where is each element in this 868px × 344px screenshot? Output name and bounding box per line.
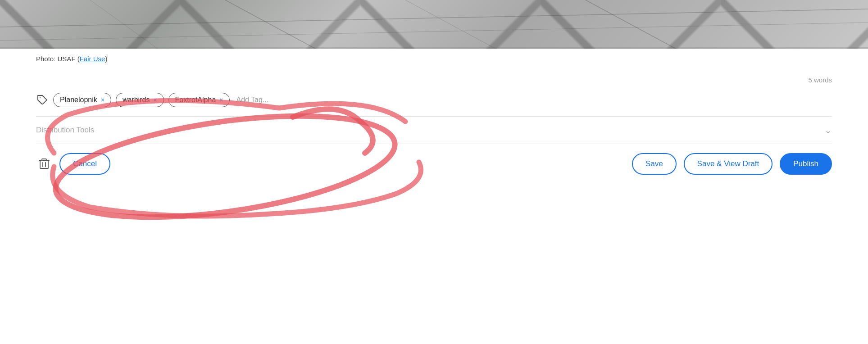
cancel-button[interactable]: Cancel	[59, 153, 110, 175]
tag-icon	[36, 94, 49, 106]
svg-line-5	[90, 0, 158, 49]
save-button[interactable]: Save	[632, 153, 677, 175]
tag-label-warbirds: warbirds	[123, 96, 150, 104]
publish-button[interactable]: Publish	[780, 153, 832, 175]
tags-area: Planelopnik × warbirds × FoxtrotAlpha × …	[0, 88, 868, 116]
save-draft-button[interactable]: Save & View Draft	[684, 153, 773, 175]
tag-label-foxtrot-alpha: FoxtrotAlpha	[175, 96, 216, 104]
svg-rect-7	[40, 160, 48, 168]
tag-remove-foxtrot-alpha[interactable]: ×	[219, 97, 223, 103]
tag-remove-warbirds[interactable]: ×	[153, 97, 157, 103]
tag-chip-planelopnik: Planelopnik ×	[53, 93, 111, 107]
tag-remove-planelopnik[interactable]: ×	[101, 97, 105, 103]
action-bar: Cancel Save Save & View Draft Publish	[0, 144, 868, 184]
photo-credit: Photo: USAF (Fair Use)	[0, 49, 868, 63]
delete-button[interactable]	[36, 156, 52, 172]
word-count: 5 words	[808, 76, 832, 84]
page-container: Photo: USAF (Fair Use) 5 words Planelopn…	[0, 0, 868, 344]
tag-chip-warbirds: warbirds ×	[116, 93, 164, 107]
svg-line-2	[225, 0, 315, 49]
article-image	[0, 0, 868, 49]
fair-use-link[interactable]: Fair Use	[80, 55, 105, 63]
word-count-area: 5 words	[0, 63, 868, 88]
tag-label-planelopnik: Planelopnik	[60, 96, 97, 104]
svg-line-4	[586, 0, 676, 49]
tag-chip-foxtrot-alpha: FoxtrotAlpha ×	[168, 93, 230, 107]
svg-line-0	[0, 9, 868, 27]
svg-line-1	[0, 23, 868, 41]
chevron-down-icon: ⌄	[824, 125, 832, 136]
distribution-tools-label: Distribution Tools	[36, 126, 94, 135]
add-tag-input[interactable]: Add Tag...	[234, 93, 270, 107]
distribution-tools-section[interactable]: Distribution Tools ⌄	[0, 117, 868, 144]
svg-line-3	[405, 0, 495, 49]
